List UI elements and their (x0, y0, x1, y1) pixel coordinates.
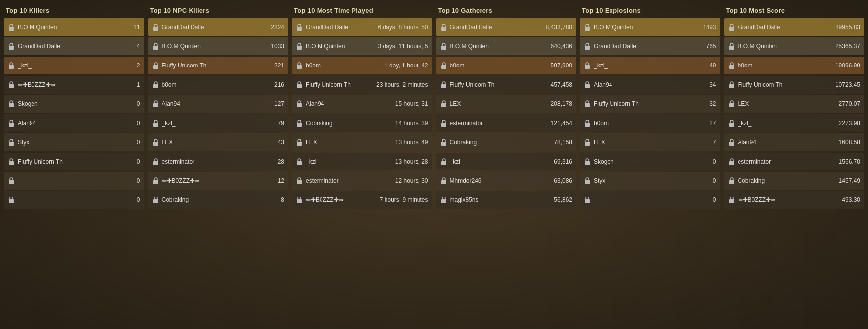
svg-rect-4 (9, 103, 14, 107)
table-row: magix85ns56,862 (436, 191, 577, 209)
player-name: b0om (450, 62, 549, 69)
player-name: Fluffy Unicorn Th (450, 81, 549, 88)
player-score: 2324 (271, 24, 284, 31)
table-row: 0 (4, 191, 144, 209)
table-row: Alan941608.58 (724, 133, 865, 151)
player-score: 0 (137, 100, 140, 107)
player-score: 3 days, 11 hours, 5 (378, 43, 428, 50)
table-row: b0om597,900 (436, 57, 577, 74)
lock-icon (728, 100, 735, 108)
table-row: b0om27 (580, 114, 720, 132)
player-score: 43 (278, 139, 284, 146)
lock-icon (152, 138, 159, 146)
lock-icon (296, 62, 303, 69)
lock-icon (152, 158, 159, 165)
table-row: Styx0 (4, 133, 144, 151)
lock-icon (440, 42, 447, 50)
player-name: LEX (450, 100, 549, 107)
lock-icon (728, 138, 735, 146)
player-score: 69,316 (554, 158, 572, 165)
table-row: Alan9415 hours, 31 (292, 95, 432, 113)
lock-icon (584, 100, 591, 108)
lock-icon (728, 177, 735, 185)
svg-rect-30 (441, 27, 446, 31)
table-row: b0om1 day, 1 hour, 42 (292, 57, 432, 74)
svg-rect-53 (729, 84, 734, 88)
player-name: Cobraking (306, 120, 393, 127)
table-row: _kzl_13 hours, 28 (292, 153, 432, 170)
lock-icon (728, 196, 735, 204)
player-name: LEX (738, 100, 837, 107)
lock-icon (8, 196, 15, 204)
player-name: _kzl_ (594, 62, 707, 69)
lock-icon (440, 158, 447, 165)
table-row: Alan94127 (148, 95, 289, 113)
svg-rect-51 (729, 46, 734, 50)
table-row: Fluffy Unicorn Th457,458 (436, 76, 577, 94)
svg-rect-41 (585, 46, 590, 50)
svg-rect-32 (441, 65, 446, 69)
section-title-killers: Top 10 Killers (4, 4, 144, 18)
player-name: _kzl_ (306, 158, 393, 165)
svg-rect-44 (585, 103, 590, 107)
table-row: LEX208,178 (436, 95, 577, 113)
player-name: GrandDad Dalle (306, 24, 376, 31)
lock-icon (440, 23, 447, 31)
lock-icon (440, 62, 447, 69)
lock-icon (296, 138, 303, 146)
player-score: 63,086 (554, 177, 572, 184)
lock-icon (152, 177, 159, 185)
table-row: Cobraking1457.49 (724, 172, 865, 190)
player-score: 208,178 (551, 100, 572, 107)
lock-icon (296, 158, 303, 165)
svg-rect-16 (153, 142, 158, 146)
lock-icon (728, 158, 735, 165)
player-score: 2273.98 (839, 120, 860, 127)
player-score: 32 (709, 100, 716, 107)
player-name: Mhmdor246 (450, 177, 552, 184)
player-name: GrandDad Dalle (450, 24, 544, 31)
section-explosions: Top 10 Explosions B.O.M Quinten1493 Gran… (580, 4, 720, 210)
svg-rect-9 (9, 199, 14, 203)
lock-icon (8, 81, 15, 89)
lock-icon (8, 119, 15, 127)
lock-icon (152, 23, 159, 31)
section-killers: Top 10 Killers B.O.M Quinten11 GrandDad … (4, 4, 144, 210)
lock-icon (8, 42, 15, 50)
player-name: Fluffy Unicorn Th (306, 81, 374, 88)
svg-rect-24 (297, 103, 302, 107)
player-name: Cobraking (162, 197, 279, 203)
player-score: 28 (278, 158, 284, 165)
table-row: B.O.M Quinten25365.37 (724, 37, 865, 55)
table-row: Mhmdor24663,086 (436, 172, 577, 190)
svg-rect-48 (585, 180, 590, 184)
player-name: B.O.M Quinten (162, 43, 269, 50)
player-score: 12 hours, 30 (395, 177, 428, 184)
svg-rect-34 (441, 103, 446, 107)
player-name: ⇐✤B0ZZZ✤⇒ (306, 197, 378, 203)
player-name: GrandDad Dalle (18, 43, 135, 50)
lock-icon (152, 81, 159, 89)
player-name: Fluffy Unicorn Th (162, 62, 272, 69)
table-row: B.O.M Quinten3 days, 11 hours, 5 (292, 37, 432, 55)
player-score: 2 (137, 62, 140, 69)
player-score: 34 (709, 81, 716, 88)
player-name: GrandDad Dalle (162, 24, 269, 31)
lock-icon (296, 100, 303, 108)
table-row: Skogen0 (580, 153, 720, 170)
svg-rect-46 (585, 142, 590, 146)
player-score: 221 (274, 62, 284, 69)
section-time-played: Top 10 Most Time Played GrandDad Dalle6 … (292, 4, 432, 210)
player-score: 0 (137, 197, 140, 203)
player-score: 19096.99 (836, 62, 860, 69)
player-name: b0om (738, 62, 834, 69)
player-score: 14 hours, 39 (395, 120, 428, 127)
svg-rect-54 (729, 103, 734, 107)
player-name: LEX (594, 139, 711, 146)
section-npc-killers: Top 10 NPC Killers GrandDad Dalle2324 B.… (148, 4, 289, 210)
player-score: 0 (137, 120, 140, 127)
lock-icon (8, 158, 15, 165)
player-score: 597,900 (551, 62, 572, 69)
player-name: Styx (18, 139, 135, 146)
player-score: 216 (274, 81, 284, 88)
